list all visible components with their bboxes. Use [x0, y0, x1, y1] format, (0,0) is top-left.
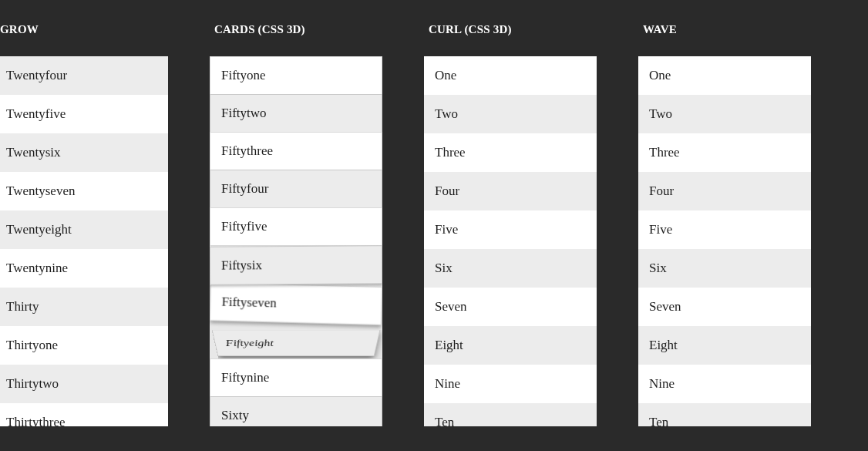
- list-item[interactable]: Nine: [638, 365, 811, 403]
- list-item[interactable]: Thirtyone: [0, 326, 168, 365]
- list-item[interactable]: Twentyfour: [0, 56, 168, 95]
- list-wave: OneTwoThreeFourFiveSixSevenEightNineTenE…: [638, 56, 811, 426]
- list-cards: OneTwoThreeFourFiveSixSevenEightNineTenE…: [210, 56, 382, 426]
- column-grow: GROW OneTwoThreeFourFiveSixSevenEightNin…: [0, 23, 168, 451]
- list-item[interactable]: Three: [424, 133, 597, 172]
- list-item[interactable]: Twentyfive: [0, 95, 168, 133]
- column-cards: CARDS (CSS 3D) OneTwoThreeFourFiveSixSev…: [210, 23, 382, 451]
- column-heading-grow: GROW: [0, 23, 168, 36]
- list-item[interactable]: Thirtytwo: [0, 365, 168, 403]
- list-item[interactable]: Ten: [424, 403, 597, 426]
- list-item[interactable]: Five: [424, 210, 597, 249]
- list-item[interactable]: Fiftyseven: [210, 282, 382, 325]
- list-item[interactable]: Fiftyeight: [212, 330, 381, 356]
- list-item[interactable]: Fiftytwo: [210, 94, 382, 133]
- list-item[interactable]: Two: [638, 95, 811, 133]
- list-item[interactable]: Five: [638, 210, 811, 249]
- list-item[interactable]: Two: [424, 95, 597, 133]
- list-item[interactable]: Nine: [424, 365, 597, 403]
- list-item[interactable]: Fiftyfive: [210, 207, 382, 246]
- column-heading-wave: WAVE: [643, 23, 811, 36]
- list-item[interactable]: Thirtythree: [0, 403, 168, 426]
- column-curl: CURL (CSS 3D) OneTwoThreeFourFiveSixSeve…: [424, 23, 597, 451]
- list-item[interactable]: Three: [638, 133, 811, 172]
- column-heading-cards: CARDS (CSS 3D): [214, 23, 382, 36]
- list-curl: OneTwoThreeFourFiveSixSevenEightNineTenE…: [424, 56, 597, 426]
- list-scroll-cards[interactable]: OneTwoThreeFourFiveSixSevenEightNineTenE…: [210, 56, 382, 426]
- list-item[interactable]: Six: [638, 249, 811, 288]
- list-item[interactable]: Twentyseven: [0, 172, 168, 210]
- columns-container: GROW OneTwoThreeFourFiveSixSevenEightNin…: [0, 0, 868, 451]
- list-item[interactable]: Four: [424, 172, 597, 210]
- list-item[interactable]: One: [638, 56, 811, 95]
- column-heading-curl: CURL (CSS 3D): [429, 23, 597, 36]
- list-item[interactable]: Twentysix: [0, 133, 168, 172]
- list-item[interactable]: Eight: [638, 326, 811, 365]
- list-scroll-grow[interactable]: OneTwoThreeFourFiveSixSevenEightNineTenE…: [0, 56, 168, 426]
- list-scroll-curl[interactable]: OneTwoThreeFourFiveSixSevenEightNineTenE…: [424, 56, 597, 426]
- list-item[interactable]: Eight: [424, 326, 597, 365]
- list-scroll-wave[interactable]: OneTwoThreeFourFiveSixSevenEightNineTenE…: [638, 56, 811, 426]
- list-item[interactable]: Twentyeight: [0, 210, 168, 249]
- list-item[interactable]: Twentynine: [0, 249, 168, 288]
- list-item[interactable]: Thirty: [0, 288, 168, 326]
- list-item[interactable]: Six: [424, 249, 597, 288]
- list-item[interactable]: Fiftyfour: [210, 170, 382, 208]
- list-item[interactable]: Fiftyone: [210, 56, 382, 95]
- list-item[interactable]: Four: [638, 172, 811, 210]
- list-item[interactable]: Seven: [424, 288, 597, 326]
- list-item[interactable]: Seven: [638, 288, 811, 326]
- list-grow: OneTwoThreeFourFiveSixSevenEightNineTenE…: [0, 56, 168, 426]
- list-item[interactable]: Sixty: [210, 396, 382, 426]
- list-item[interactable]: Fiftynine: [210, 358, 382, 397]
- list-item[interactable]: Fiftythree: [210, 132, 382, 170]
- list-item[interactable]: Fiftysix: [210, 245, 382, 285]
- list-item[interactable]: Ten: [638, 403, 811, 426]
- column-wave: WAVE OneTwoThreeFourFiveSixSevenEightNin…: [638, 23, 811, 451]
- list-item[interactable]: One: [424, 56, 597, 95]
